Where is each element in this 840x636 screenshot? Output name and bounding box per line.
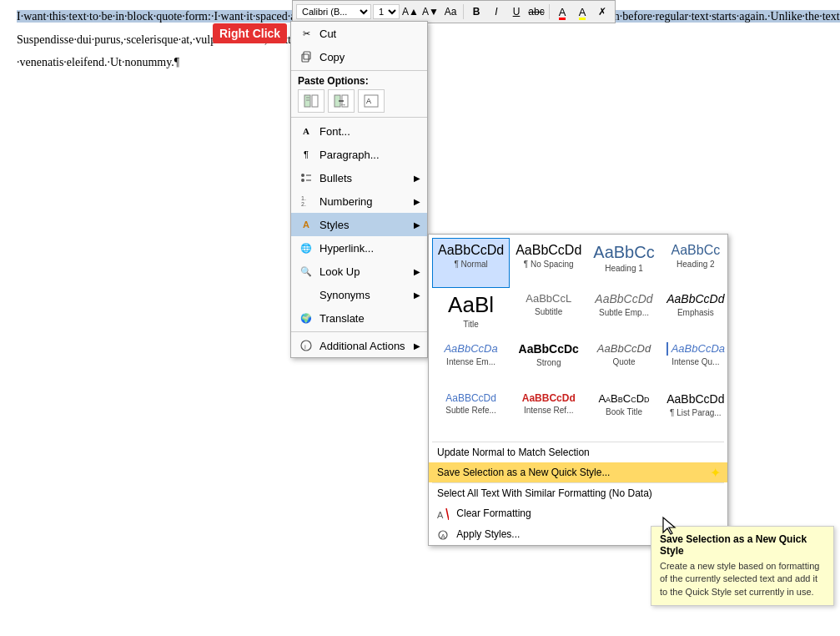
- style-preview-book-title: AaBbCcDd: [598, 392, 649, 406]
- font-color-bar: [559, 18, 566, 20]
- svg-text:2.: 2.: [301, 201, 306, 207]
- style-cell-heading2[interactable]: AaBbCc Heading 2: [661, 238, 731, 288]
- change-case-button[interactable]: Aa: [441, 3, 460, 21]
- paragraph-icon: ¶: [298, 146, 314, 163]
- bullets-label: Bullets: [319, 172, 414, 184]
- menu-separator-1: [291, 70, 427, 71]
- copy-label: Copy: [319, 51, 420, 63]
- additional-actions-icon: i: [298, 337, 314, 354]
- shrink-font-button[interactable]: A▼: [421, 3, 440, 21]
- context-menu: ✂ Cut Copy Paste Options: → A A Font...: [290, 21, 428, 358]
- menu-item-hyperlink[interactable]: 🌐 Hyperlink...: [291, 236, 427, 260]
- style-name-book-title: Book Title: [606, 407, 642, 416]
- copy-icon: [298, 48, 314, 65]
- style-preview-h2: AaBbCc: [671, 242, 720, 258]
- grow-font-button[interactable]: A▲: [401, 3, 420, 21]
- menu-item-font[interactable]: A Font...: [291, 119, 427, 143]
- menu-item-numbering[interactable]: 1.2. Numbering ▶: [291, 189, 427, 213]
- synonyms-label: Synonyms: [319, 289, 414, 301]
- numbering-arrow: ▶: [414, 197, 420, 206]
- styles-action-save-selection[interactable]: Save Selection as a New Quick Style... ✦: [429, 462, 727, 482]
- font-size-select[interactable]: 11: [373, 4, 400, 19]
- style-preview-title: AaBl: [448, 292, 494, 318]
- paste-text-only-button[interactable]: A: [358, 89, 385, 113]
- style-cell-nospacing[interactable]: AaBbCcDd ¶ No Spacing: [510, 238, 587, 288]
- style-name-subtle-ref: Subtle Refe...: [445, 406, 496, 415]
- style-cell-intense-q[interactable]: AaBbCcDa Intense Qu...: [661, 338, 731, 388]
- menu-item-translate[interactable]: 🌍 Translate: [291, 306, 427, 330]
- style-name-quote: Quote: [612, 357, 635, 366]
- strikethrough-button[interactable]: abc: [527, 3, 546, 21]
- style-name-normal: ¶ Normal: [454, 260, 487, 269]
- style-preview-subtle-ref: AaBBCcDd: [445, 392, 496, 404]
- menu-item-copy[interactable]: Copy: [291, 45, 427, 68]
- lookup-arrow: ▶: [414, 267, 420, 276]
- underline-button[interactable]: U: [507, 3, 526, 21]
- svg-text:1.: 1.: [301, 195, 306, 201]
- style-cell-intense-ref[interactable]: AaBBCcDd Intense Ref...: [510, 388, 587, 438]
- menu-separator-2: [291, 117, 427, 118]
- style-cell-title[interactable]: AaBl Title: [432, 288, 510, 338]
- style-preview-subtle-emp: AaBbCcDd: [595, 292, 652, 306]
- style-cell-heading1[interactable]: AaBbCc Heading 1: [587, 238, 660, 288]
- doc-text-3: ·venenatis·eleifend.·Ut·nonummy.¶: [17, 56, 179, 68]
- styles-action-select-all[interactable]: Select All Text With Similar Formatting …: [429, 483, 727, 503]
- style-cell-emphasis[interactable]: AaBbCcDd Emphasis: [661, 288, 731, 338]
- style-name-subtitle: Subtitle: [535, 307, 562, 316]
- style-cell-intense-em[interactable]: AaBbCcDa Intense Em...: [432, 338, 510, 388]
- cut-icon: ✂: [298, 25, 314, 42]
- style-name-intense-q: Intense Qu...: [671, 357, 719, 366]
- highlight-button[interactable]: A: [573, 3, 591, 21]
- numbering-icon: 1.2.: [298, 193, 314, 209]
- style-cell-normal[interactable]: AaBbCcDd ¶ Normal: [432, 238, 510, 288]
- style-cell-subtitle[interactable]: AaBbCcL Subtitle: [510, 288, 587, 338]
- italic-button[interactable]: I: [487, 3, 506, 21]
- style-cell-list-para[interactable]: AaBbCcDd ¶ List Parag...: [661, 388, 731, 438]
- styles-icon: A: [298, 216, 314, 233]
- svg-text:A: A: [366, 97, 371, 105]
- bullets-arrow: ▶: [414, 174, 420, 183]
- svg-text:A: A: [437, 510, 444, 520]
- font-name-select[interactable]: Calibri (B...: [296, 4, 371, 19]
- bold-button[interactable]: B: [467, 3, 485, 21]
- right-click-label: Right Click: [213, 23, 287, 43]
- styles-label: Styles: [319, 219, 414, 231]
- menu-item-paragraph[interactable]: ¶ Paragraph...: [291, 143, 427, 166]
- clear-formatting-label: Clear Formatting: [456, 507, 531, 519]
- menu-item-lookup[interactable]: 🔍 Look Up ▶: [291, 260, 427, 283]
- style-preview-strong: AaBbCcDc: [519, 342, 579, 356]
- style-preview-h1: AaBbCc: [593, 242, 654, 262]
- style-cell-strong[interactable]: AaBbCcDc Strong: [510, 338, 587, 388]
- styles-action-update-normal[interactable]: Update Normal to Match Selection: [429, 442, 727, 462]
- style-name-intense-em: Intense Em...: [446, 357, 495, 366]
- clear-format-button[interactable]: ✗: [593, 3, 611, 21]
- additional-actions-label: Additional Actions: [319, 340, 414, 352]
- styles-action-clear-formatting[interactable]: A Clear Formatting: [429, 503, 727, 524]
- style-name-heading2: Heading 2: [677, 260, 715, 269]
- svg-line-20: [446, 508, 449, 520]
- menu-item-bullets[interactable]: Bullets ▶: [291, 166, 427, 189]
- paste-keep-source-button[interactable]: [298, 89, 324, 113]
- menu-item-cut[interactable]: ✂ Cut: [291, 22, 427, 45]
- paste-merge-button[interactable]: →: [328, 89, 355, 113]
- style-preview-normal: AaBbCcDd: [438, 242, 504, 258]
- style-preview-quote: AaBbCcDd: [597, 342, 651, 356]
- menu-item-styles[interactable]: A Styles ▶: [291, 213, 427, 236]
- style-cell-book-title[interactable]: AaBbCcDd Book Title: [587, 388, 660, 438]
- style-name-subtle-emp: Subtle Emp...: [599, 308, 649, 317]
- menu-item-additional-actions[interactable]: i Additional Actions ▶: [291, 334, 427, 357]
- style-cell-quote[interactable]: AaBbCcDd Quote: [587, 338, 660, 388]
- menu-separator-3: [291, 331, 427, 332]
- svg-point-17: [301, 341, 311, 351]
- font-color-button[interactable]: A: [553, 3, 571, 21]
- menu-item-synonyms[interactable]: Synonyms ▶: [291, 283, 427, 306]
- style-cell-subtle-emphasis[interactable]: AaBbCcDd Subtle Emp...: [587, 288, 660, 338]
- tooltip-text: Create a new style based on formatting o…: [660, 560, 825, 598]
- style-cell-subtle-ref[interactable]: AaBBCcDd Subtle Refe...: [432, 388, 510, 438]
- paste-options-section: Paste Options: → A: [291, 73, 427, 115]
- synonyms-icon: [298, 286, 314, 303]
- style-name-title: Title: [463, 320, 479, 329]
- style-preview-subtitle: AaBbCcL: [526, 292, 571, 305]
- translate-label: Translate: [319, 312, 420, 325]
- style-name-heading1: Heading 1: [605, 264, 643, 273]
